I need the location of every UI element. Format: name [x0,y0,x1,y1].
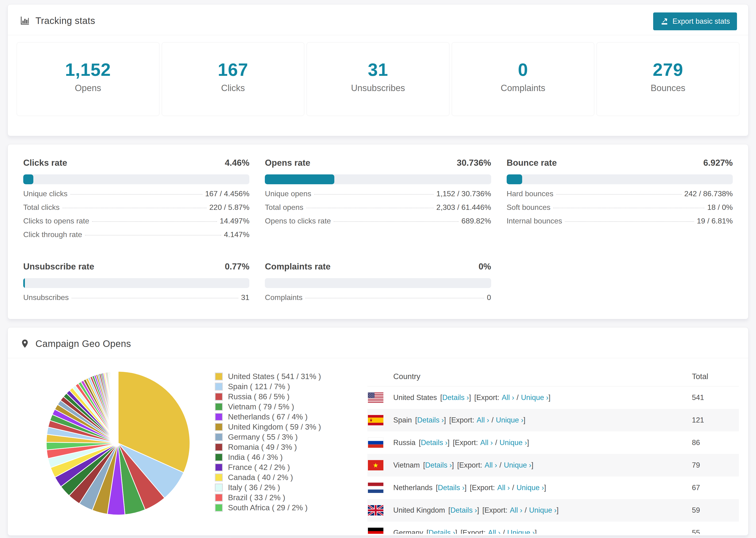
legend-label: India ( 46 / 3% ) [228,453,283,462]
stat-complaints: 0 Complaints [452,42,594,116]
bar-chart-icon [20,15,30,26]
legend-swatch [215,433,223,441]
rate-row: Soft bounces18 / 0% [507,203,733,217]
rate-value: 0.77% [225,262,249,272]
country-total: 59 [692,506,739,514]
table-row: United States[Details ›][Export:All ›/Un… [367,386,739,409]
legend-item[interactable]: Canada ( 40 / 2% ) [215,472,332,482]
details-link[interactable]: Details › [417,416,444,424]
stat-value: 279 [597,59,739,80]
country-total: 79 [692,461,739,469]
legend-swatch [215,443,223,451]
details-link[interactable]: Details › [425,461,452,469]
clicks-rate-progressbar [23,174,249,184]
page-title: Tracking stats [35,16,95,26]
legend-item[interactable]: United Kingdom ( 59 / 3% ) [215,422,332,432]
flag-vn-icon [368,460,383,470]
legend-item[interactable]: France ( 42 / 2% ) [215,462,332,472]
map-pin-icon [20,338,30,349]
geo-country-table: Country Total United States[Details ›][E… [367,367,739,534]
export-unique-link[interactable]: Unique › [516,484,544,492]
opens-rate-progressbar [265,174,491,184]
export-all-link[interactable]: All › [502,394,514,402]
legend-swatch [215,403,223,411]
legend-item[interactable]: India ( 46 / 3% ) [215,452,332,462]
stat-bounces: 279 Bounces [597,42,739,116]
geo-header: Campaign Geo Opens [8,327,748,358]
stat-unsubscribes: 31 Unsubscribes [307,42,449,116]
rate-row: Total opens2,303 / 61.446% [265,203,491,217]
country-total: 55 [692,529,739,534]
legend-item[interactable]: Vietnam ( 79 / 5% ) [215,402,332,412]
country-name: United States [393,394,437,402]
legend-swatch [215,453,223,461]
legend-item[interactable]: Germany ( 55 / 3% ) [215,432,332,442]
table-row: Vietnam[Details ›][Export:All ›/Unique ›… [367,454,739,476]
legend-swatch [215,463,223,471]
details-link[interactable]: Details › [450,506,477,514]
export-unique-link[interactable]: Unique › [500,439,527,447]
legend-item[interactable]: Romania ( 49 / 3% ) [215,442,332,452]
country-total: 541 [692,394,739,402]
export-basic-stats-button[interactable]: Export basic stats [653,13,737,30]
country-total: 67 [692,484,739,492]
legend-swatch [215,494,223,502]
rate-title: Unsubscribe rate [23,262,94,272]
stat-clicks: 167 Clicks [162,42,304,116]
export-all-link[interactable]: All › [480,439,493,447]
summary-row: 1,152 Opens 167 Clicks 31 Unsubscribes 0… [8,35,748,116]
legend-item[interactable]: United States ( 541 / 31% ) [215,371,332,381]
flag-es-icon [368,415,383,425]
export-unique-link[interactable]: Unique › [521,394,549,402]
export-unique-link[interactable]: Unique › [529,506,557,514]
stat-label: Clicks [162,83,304,93]
table-row: Germany[Details ›][Export:All ›/Unique ›… [367,521,739,534]
table-row: Netherlands[Details ›][Export:All ›/Uniq… [367,476,739,499]
flag-de-icon [368,528,383,534]
legend-label: United States ( 541 / 31% ) [228,372,321,381]
details-link[interactable]: Details › [421,439,448,447]
country-name: Netherlands [393,484,432,492]
country-name: Germany [393,529,423,534]
export-all-link[interactable]: All › [488,529,500,534]
bounce-rate-progressbar [507,174,733,184]
details-link[interactable]: Details › [428,529,455,534]
legend-item[interactable]: Spain ( 121 / 7% ) [215,381,332,392]
geo-content: United States ( 541 / 31% ) Spain ( 121 … [8,358,748,534]
flag-ru-icon [368,438,383,448]
legend-label: Netherlands ( 67 / 4% ) [228,412,307,421]
export-all-link[interactable]: All › [497,484,510,492]
export-unique-link[interactable]: Unique › [496,416,523,424]
legend-swatch [215,393,223,401]
stat-value: 1,152 [17,59,159,80]
legend-item[interactable]: South Africa ( 29 / 2% ) [215,503,332,512]
export-all-link[interactable]: All › [477,416,489,424]
export-all-link[interactable]: All › [485,461,497,469]
export-all-link[interactable]: All › [510,506,522,514]
legend-label: Vietnam ( 79 / 5% ) [228,402,294,411]
rates-card: Clicks rate 4.46% Unique clicks167 / 4.4… [8,144,748,319]
export-unique-link[interactable]: Unique › [507,529,535,534]
geo-legend: United States ( 541 / 31% ) Spain ( 121 … [215,371,332,534]
legend-item[interactable]: Netherlands ( 67 / 4% ) [215,412,332,422]
tracking-stats-page: Tracking stats Export basic stats 1,152 … [0,4,756,538]
rate-row: Complaints0 [265,293,491,307]
geo-pie-chart[interactable] [43,368,193,518]
rate-title: Complaints rate [265,262,331,272]
legend-label: United Kingdom ( 59 / 3% ) [228,422,321,431]
details-link[interactable]: Details › [438,484,465,492]
legend-label: Germany ( 55 / 3% ) [228,433,298,442]
details-link[interactable]: Details › [442,394,469,402]
country-total: 86 [692,439,739,447]
flag-us-icon [368,393,383,403]
legend-item[interactable]: Brazil ( 33 / 2% ) [215,493,332,503]
stat-label: Unsubscribes [307,83,449,93]
legend-item[interactable]: Italy ( 36 / 2% ) [215,482,332,493]
rate-title: Bounce rate [507,158,557,168]
export-icon [660,17,669,26]
legend-label: Russia ( 86 / 5% ) [228,392,290,401]
legend-item[interactable]: Russia ( 86 / 5% ) [215,392,332,402]
export-unique-link[interactable]: Unique › [504,461,531,469]
rate-row: Unique opens1,152 / 30.736% [265,189,491,203]
rate-row: Unsubscribes31 [23,293,249,307]
